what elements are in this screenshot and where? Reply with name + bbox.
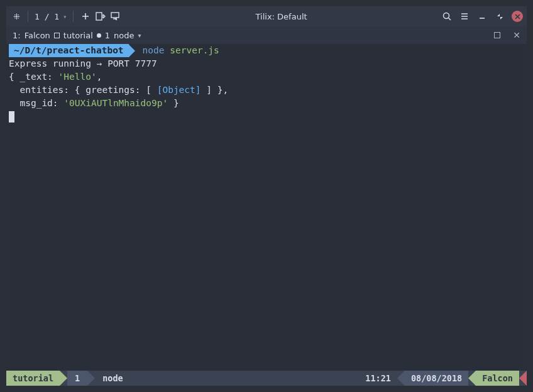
separator [73,11,74,22]
output-line: msg_id: '0UXiAUTlnMhaido9p' } [9,97,524,110]
prompt-line: ~/D/t/preact-chatbot node server.js [9,44,524,57]
titlebar: ⁜ 1 / 1 ▾ Tilix: Default [6,6,527,26]
split-down-button[interactable] [110,11,121,22]
separator [28,11,28,22]
inner-frame: ⁜ 1 / 1 ▾ Tilix: Default 1: Falcon tutor… [6,6,527,386]
maximize-button[interactable] [494,11,505,22]
window: ⁜ 1 / 1 ▾ Tilix: Default 1: Falcon tutor… [0,0,533,392]
cursor [9,111,14,122]
output-line: Express running → PORT 7777 [9,57,524,70]
command-arg: server.js [170,45,219,55]
status-dir: tutorial [6,371,60,386]
maximize-pane-button[interactable] [494,32,500,38]
chevron-down-icon[interactable]: ▾ [138,32,141,39]
keypad-icon[interactable]: ⁜ [10,11,21,22]
page-indicator[interactable]: 1 / 1 ▾ [35,12,67,21]
output-line: { _text: 'Hello', [9,70,524,84]
minimize-button[interactable] [476,11,488,22]
tab-host: Falcon [25,31,50,40]
tabbar-right: ✕ [494,30,520,40]
powerline-end-icon [519,371,527,386]
powerline-arrow-icon [60,371,67,386]
svg-rect-1 [111,13,119,18]
menu-button[interactable] [459,11,470,22]
statusbar: tutorial 1 node 11:21 08/08/2018 Falcon [6,371,527,386]
powerline-arrow-icon [468,371,476,386]
cursor-line [9,110,524,123]
tab-proc-num: 1 [105,31,110,40]
svg-rect-0 [96,13,102,20]
command: node server.js [135,44,219,57]
svg-point-2 [443,13,449,18]
prompt-path: ~/D/t/preact-chatbot [9,44,129,57]
close-button[interactable] [512,11,523,22]
output-line: entities: { greetings: [ [Object] ] }, [9,84,524,97]
tab-index: 1: [13,31,21,40]
tab-dir: tutorial [63,31,93,40]
page-count: 1 / 1 [35,12,59,21]
window-title: Tilix: Default [125,12,437,21]
status-date: 08/08/2018 [405,371,468,386]
box-icon [54,33,60,38]
status-time: 11:21 [359,371,397,386]
split-right-button[interactable] [95,11,106,22]
chevron-down-icon: ▾ [63,13,67,20]
tab-proc-name: node [114,31,134,40]
status-host: Falcon [476,371,519,386]
search-button[interactable] [441,11,453,22]
powerline-arrow-icon [397,371,405,386]
titlebar-right [441,11,523,22]
status-pane-num: 1 [67,371,87,386]
powerline-arrow-icon [129,45,135,57]
powerline-arrow-icon [87,371,95,386]
close-pane-button[interactable]: ✕ [513,30,520,40]
status-process: node [95,371,131,386]
command-binary: node [143,45,165,55]
tabbar: 1: Falcon tutorial 1 node ▾ ✕ [6,26,527,44]
add-terminal-button[interactable] [80,11,91,22]
dot-icon [97,33,101,38]
terminal[interactable]: ~/D/t/preact-chatbot node server.js Expr… [6,44,527,371]
